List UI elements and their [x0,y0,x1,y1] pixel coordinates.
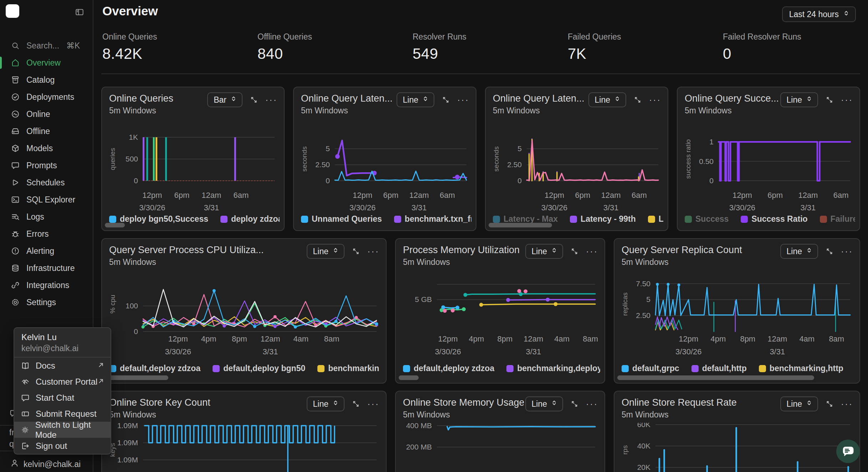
card-title: Online Store Memory Usage [403,397,524,408]
expand-chart-button[interactable] [352,400,360,408]
legend-item[interactable]: benchmarking,deploy bg... [506,364,600,373]
sidebar-item-alerting[interactable]: Alerting [0,242,93,260]
sidebar-item-overview[interactable]: Overview [0,54,93,71]
chart-type-select[interactable]: Bar [207,92,242,107]
more-options-button[interactable]: ··· [841,248,853,255]
more-options-button[interactable]: ··· [586,400,598,407]
chart-plot[interactable]: 400 MB200 MB [403,423,599,472]
more-options-button[interactable]: ··· [457,96,469,103]
expand-chart-button[interactable] [825,400,834,408]
legend-swatch [506,365,514,372]
menu-item-start-chat[interactable]: Start Chat [14,390,111,406]
chart-plot[interactable]: 1.09M1.09M1.09Mkeys [109,423,380,472]
legend-swatch [109,216,116,223]
svg-text:3/31: 3/31 [801,203,816,212]
legend-item[interactable]: benchmarkin [317,364,379,373]
more-options-button[interactable]: ··· [649,96,661,103]
chart-scrollbar[interactable] [489,223,552,227]
sidebar-user-button[interactable]: kelvin@chalk.ai [10,458,81,470]
chart-type-select[interactable]: Line [307,244,344,259]
sidebar-item-integrations[interactable]: Integrations [0,277,93,294]
expand-chart-button[interactable] [825,96,834,104]
menu-item-label: Customer Portal [36,377,97,387]
expand-chart-button[interactable] [352,247,360,256]
legend-item[interactable]: Success Ratio [741,214,807,224]
legend-item[interactable]: Success [685,214,729,224]
legend-item[interactable]: Latency - 99th [570,214,636,224]
sidebar-item-sql-explorer[interactable]: SQL Explorer [0,191,93,208]
chart-plot[interactable]: 60K40K20Krps [622,423,854,472]
chart-plot[interactable]: 5 GB12pm3/30/264pm8pm12am3/314am8am [403,274,599,359]
expand-chart-button[interactable] [570,247,579,256]
chart-scrollbar[interactable] [105,375,168,380]
sidebar-item-prompts[interactable]: Prompts [0,157,93,174]
chart-plot[interactable]: 10.500success ratio12pm3/30/266pm12am3/3… [685,129,854,214]
legend-item[interactable]: Unnamed Queries [301,214,382,224]
menu-item-submit-request[interactable]: Submit Request [14,406,111,422]
chart-plot[interactable]: 52.500seconds12pm3/30/266pm12am3/316am [493,129,662,214]
legend-item[interactable]: default,deploy bgn50 [213,364,305,373]
more-options-button[interactable]: ··· [586,248,598,255]
expand-icon [352,247,360,256]
legend-item[interactable]: Latency - Max [493,214,558,224]
expand-chart-button[interactable] [570,400,579,408]
more-options-button[interactable]: ··· [367,400,379,407]
chart-plot[interactable]: 7.5052.50replicas12pm3/30/264pm8pm12am3/… [622,274,854,359]
chart-plot[interactable]: 52.500seconds12pm3/30/266pm12am3/316am [301,129,470,214]
svg-text:12pm: 12pm [545,191,564,200]
more-options-button[interactable]: ··· [265,96,277,103]
sidebar-item-errors[interactable]: Errors [0,225,93,242]
chart-type-select[interactable]: Line [525,244,563,259]
book-icon [21,361,30,370]
chart-type-select[interactable]: Line [397,92,434,107]
time-range-select[interactable]: Last 24 hours [782,6,856,22]
expand-chart-button[interactable] [633,96,642,104]
chalk-logo[interactable] [6,4,19,18]
search-input[interactable]: Search...⌘K [0,37,93,54]
more-options-button[interactable]: ··· [841,400,853,407]
chart-type-select[interactable]: Line [525,396,563,411]
menu-item-customer-portal[interactable]: Customer Portal [14,374,111,390]
legend-item[interactable]: benchmarking,http [759,364,843,373]
legend-item[interactable]: deploy zdzoa,Failure [220,214,280,224]
menu-item-switch-to-light-mode[interactable]: Switch to Light Mode [14,422,111,438]
card-controls: Line··· [588,92,661,107]
legend-item[interactable]: benchmark.txn_fraud [394,214,471,224]
sidebar-item-models[interactable]: Models [0,140,93,157]
integrations-icon [11,281,20,290]
chart-type-select[interactable]: Line [780,396,818,411]
chart-scrollbar[interactable] [617,375,814,380]
sidebar-item-settings[interactable]: Settings [0,294,93,311]
chart-type-select[interactable]: Line [307,396,344,411]
legend-item[interactable]: default,http [691,364,747,373]
chat-fab[interactable] [836,440,860,463]
expand-chart-button[interactable] [825,247,834,256]
legend-item[interactable]: default,grpc [622,364,679,373]
sidebar-item-offline[interactable]: Offline [0,123,93,140]
sidebar-item-schedules[interactable]: Schedules [0,174,93,191]
chart-scrollbar[interactable] [105,223,125,227]
legend-item[interactable]: default,deploy zdzoa [109,364,200,373]
more-options-button[interactable]: ··· [367,248,379,255]
sidebar-item-online[interactable]: Online [0,106,93,123]
legend-item[interactable]: Latency [648,214,663,224]
chart-type-select[interactable]: Line [780,244,818,259]
chart-plot[interactable]: 1000% cpu12pm3/30/264pm8pm12am3/314am8am [109,274,380,359]
menu-item-sign-out[interactable]: Sign out [14,438,111,454]
sidebar-collapse-icon[interactable] [74,7,85,18]
sidebar-item-catalog[interactable]: Catalog [0,71,93,88]
sidebar-item-logs[interactable]: Logs [0,208,93,225]
menu-item-docs[interactable]: Docs [14,358,111,374]
chart-type-select[interactable]: Line [780,92,818,107]
chart-plot[interactable]: 1K5000queries12pm3/30/266pm12am3/316am [109,129,278,214]
more-options-button[interactable]: ··· [841,96,853,103]
legend-item[interactable]: default,deploy zdzoa [403,364,494,373]
legend-item[interactable]: Failure [820,214,855,224]
chart-scrollbar[interactable] [399,375,419,380]
expand-chart-button[interactable] [441,96,450,104]
sidebar-item-deployments[interactable]: Deployments [0,88,93,106]
chart-type-select[interactable]: Line [588,92,626,107]
sidebar-item-infrastructure[interactable]: Infrastructure [0,260,93,277]
legend-item[interactable]: deploy bgn50,Success [109,214,208,224]
expand-chart-button[interactable] [250,96,258,104]
